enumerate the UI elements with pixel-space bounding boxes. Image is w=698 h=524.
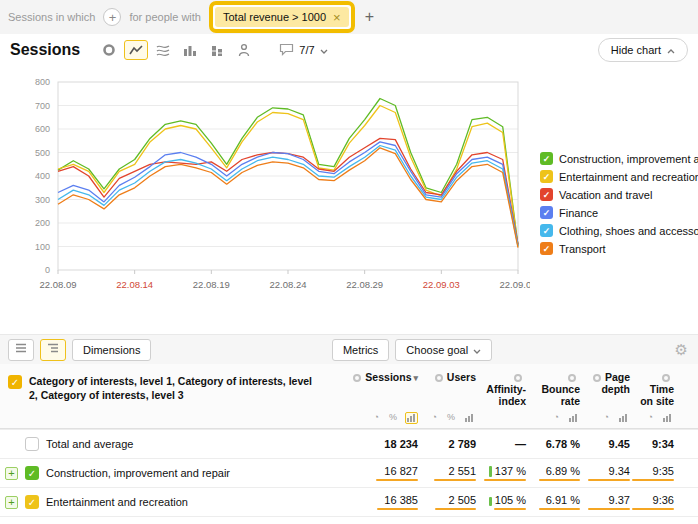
table-toolbar: Dimensions Metrics Choose goal ⚙ (0, 334, 698, 364)
column-header[interactable]: Page depth (590, 371, 640, 395)
tree-view-button[interactable] (40, 339, 66, 361)
pie-toggle-icon[interactable]: ◔ (430, 411, 439, 424)
metric-mini-bar (494, 508, 526, 510)
column-header[interactable]: Users (428, 371, 486, 383)
list-icon (14, 341, 28, 358)
doughnut-icon (353, 374, 361, 382)
row-label[interactable]: Construction, improvement and repair (46, 467, 230, 479)
segments-dropdown[interactable]: 7/7 (273, 42, 333, 59)
affinity-bar-icon (489, 497, 492, 506)
legend-checkbox[interactable]: ✓ (540, 170, 553, 183)
column-header[interactable]: Affinity- index (486, 371, 536, 407)
legend-item[interactable]: ✓Clothing, shoes and accessories (540, 224, 698, 237)
stacked-bar-type-button[interactable] (205, 40, 229, 60)
audience-map-type-button[interactable] (232, 40, 256, 60)
metric-cell: 16 827 (332, 465, 428, 481)
x-axis-label: 22.08.24 (270, 279, 307, 290)
for-people-with-label: for people with (129, 11, 201, 23)
stacked-bar-icon (210, 43, 224, 57)
legend-label: Construction, improvement and repair (559, 153, 698, 165)
row-label-cell: +✓Construction, improvement and repair (0, 466, 332, 480)
add-session-condition-button[interactable]: + (103, 8, 121, 26)
row-label[interactable]: Entertainment and recreation (46, 496, 188, 508)
legend-checkbox[interactable]: ✓ (540, 206, 553, 219)
settings-gear-icon[interactable]: ⚙ (673, 341, 690, 359)
pie-toggle-icon[interactable]: ◔ (646, 411, 655, 424)
percent-toggle-icon[interactable]: % (387, 411, 399, 424)
table-row: Total and average18 2342 789—6.78 %9.459… (0, 429, 698, 458)
row-checkbox[interactable]: ✓ (25, 495, 39, 509)
legend-checkbox[interactable]: ✓ (540, 224, 553, 237)
column-header-label: Sessions (365, 371, 411, 383)
list-view-button[interactable] (8, 339, 34, 361)
pie-toggle-icon[interactable]: ◔ (602, 411, 611, 424)
doughnut-icon (435, 374, 443, 382)
choose-goal-button[interactable]: Choose goal (395, 339, 492, 361)
metrics-button[interactable]: Metrics (332, 339, 389, 361)
column-header[interactable]: Sessions▾ (332, 371, 428, 383)
add-people-condition-button[interactable]: + (363, 8, 376, 26)
dimensions-button[interactable]: Dimensions (72, 339, 151, 361)
metric-cell: 105 % (486, 494, 536, 510)
legend-item[interactable]: ✓Transport (540, 242, 698, 255)
pie-toggle-icon[interactable]: ◔ (552, 411, 561, 424)
metric-value: 9:34 (652, 438, 674, 450)
legend-label: Finance (559, 207, 598, 219)
legend-checkbox[interactable]: ✓ (540, 242, 553, 255)
dimensions-label: Dimensions (83, 344, 140, 356)
bar-toggle-icon[interactable] (405, 412, 418, 424)
chart-legend: ✓Construction, improvement and repair✓En… (540, 152, 698, 255)
column-header[interactable]: Bounce rate (536, 371, 590, 407)
percent-toggle-icon[interactable]: % (445, 411, 457, 424)
legend-item[interactable]: ✓Finance (540, 206, 698, 219)
bar-chart-type-button[interactable] (178, 40, 202, 60)
metric-view-toggles: ◔ (640, 411, 698, 424)
bar-toggle-icon[interactable] (463, 412, 476, 424)
remove-filter-icon[interactable]: × (333, 10, 341, 25)
metric-value: 6.78 % (546, 438, 580, 450)
pie-chart-type-button[interactable] (97, 40, 121, 60)
metric-value: 18 234 (384, 438, 418, 450)
select-all-checkbox[interactable]: ✓ (8, 375, 22, 389)
expand-row-button[interactable]: + (5, 496, 18, 509)
metric-value: 2 505 (448, 494, 476, 506)
legend-item[interactable]: ✓Entertainment and recreation (540, 170, 698, 183)
legend-checkbox[interactable]: ✓ (540, 188, 553, 201)
chart-header: Sessions (0, 34, 698, 66)
legend-item[interactable]: ✓Construction, improvement and repair (540, 152, 698, 165)
metric-mini-bar (435, 508, 476, 510)
column-header[interactable]: Time on site (640, 371, 698, 407)
x-axis-label: 22.08.19 (193, 279, 230, 290)
stacked-area-type-button[interactable] (151, 40, 175, 60)
metric-view-toggles: ◔% (332, 411, 428, 424)
revenue-filter-chip-label: Total revenue > 1000 (223, 11, 326, 23)
legend-item[interactable]: ✓Vacation and travel (540, 188, 698, 201)
svg-text:800: 800 (35, 77, 50, 87)
bar-toggle-icon[interactable] (617, 412, 630, 424)
sessions-line-chart[interactable]: 010020030040050060070080022.08.0922.08.1… (0, 66, 530, 334)
row-checkbox[interactable] (25, 437, 39, 451)
row-checkbox[interactable]: ✓ (25, 466, 39, 480)
metric-mini-bar (539, 479, 580, 481)
row-label[interactable]: Total and average (46, 438, 133, 450)
metric-value: — (515, 438, 526, 450)
legend-label: Entertainment and recreation (559, 171, 698, 183)
metric-mini-bar (434, 479, 476, 481)
hide-chart-button[interactable]: Hide chart (598, 38, 688, 62)
metric-value: 6.91 % (546, 494, 580, 506)
svg-text:700: 700 (35, 101, 50, 111)
pie-toggle-icon[interactable]: ◔ (372, 411, 381, 424)
metric-cell: 9:35 (640, 465, 698, 481)
column-header-label: Bounce rate (541, 383, 580, 407)
segments-count-label: 7/7 (299, 44, 314, 56)
legend-checkbox[interactable]: ✓ (540, 152, 553, 165)
metric-mini-bar (632, 508, 674, 510)
revenue-filter-chip[interactable]: Total revenue > 1000 × (215, 7, 349, 27)
expand-row-button[interactable]: + (5, 467, 18, 480)
chart-series-line (58, 146, 518, 247)
bar-toggle-icon[interactable] (567, 412, 580, 424)
line-chart-type-button[interactable] (124, 40, 148, 60)
metric-view-toggles: ◔ (536, 411, 590, 424)
bar-toggle-icon[interactable] (661, 412, 674, 424)
metrics-label: Metrics (343, 344, 378, 356)
